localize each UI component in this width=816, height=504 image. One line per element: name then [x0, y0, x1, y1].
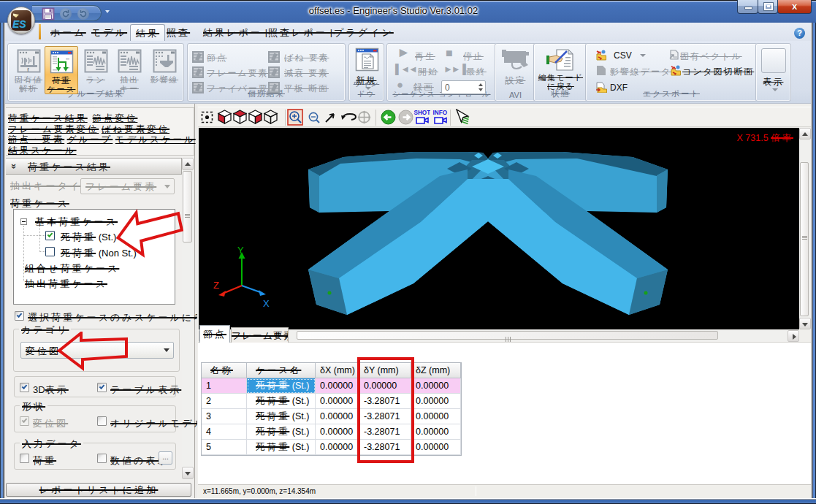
svg-text:INFO: INFO — [433, 110, 448, 116]
svg-text:SHOT: SHOT — [414, 110, 431, 116]
svg-text:X: X — [263, 298, 270, 309]
svg-text:Y: Y — [237, 245, 244, 256]
svg-text:f: f — [27, 66, 29, 73]
svg-text:Z: Z — [213, 280, 219, 291]
